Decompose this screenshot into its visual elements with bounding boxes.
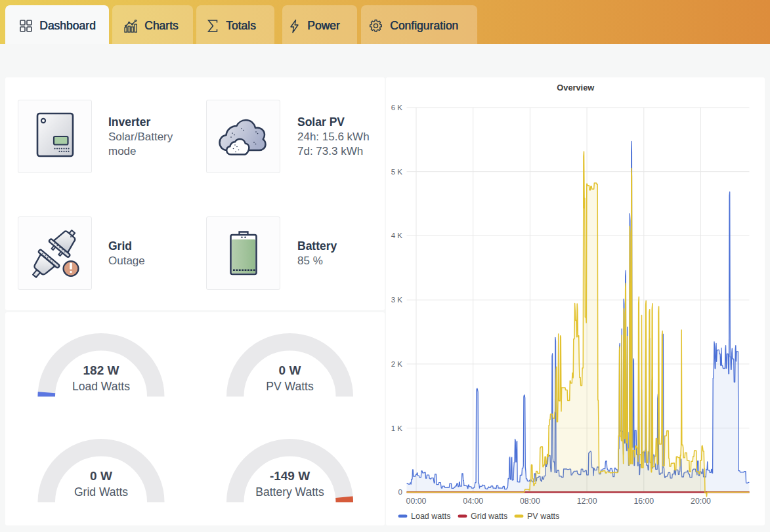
svg-text:6 K: 6 K [391,104,402,112]
svg-text:12:00: 12:00 [576,497,597,506]
svg-text:2 K: 2 K [391,360,402,368]
svg-text:4 K: 4 K [391,232,402,239]
svg-text:00:00: 00:00 [406,497,426,506]
svg-text:08:00: 08:00 [520,497,540,506]
svg-text:PV watts: PV watts [527,512,559,521]
svg-text:Grid watts: Grid watts [471,512,507,521]
svg-text:3 K: 3 K [391,296,402,304]
svg-text:04:00: 04:00 [463,497,483,506]
svg-text:5 K: 5 K [391,168,402,176]
svg-text:0: 0 [398,488,402,496]
svg-text:Load watts: Load watts [411,512,450,521]
svg-text:16:00: 16:00 [633,497,654,506]
svg-text:20:00: 20:00 [691,497,711,506]
svg-text:1 K: 1 K [391,424,402,432]
svg-text:Overview: Overview [557,83,594,92]
